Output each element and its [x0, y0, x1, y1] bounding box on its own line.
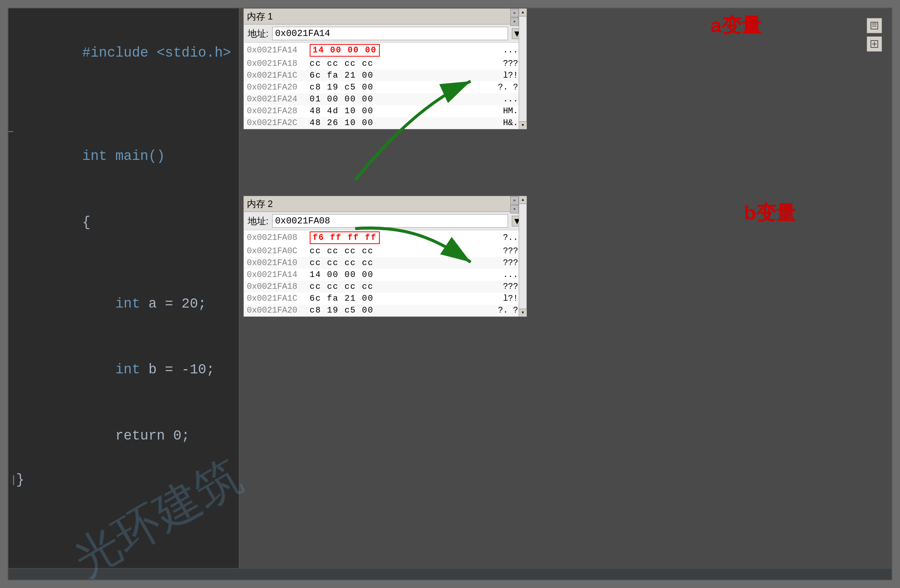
- memory-1-scrollbar[interactable]: ▲ ▼: [519, 9, 526, 129]
- code-line-include: #include <stdio.h>: [16, 20, 231, 86]
- scroll-track-1: [519, 16, 526, 121]
- panel-icon-2-svg: [871, 40, 878, 48]
- code-line-return: return 0;: [16, 403, 231, 469]
- panel-icon-1-svg: [871, 22, 878, 29]
- scroll-up-btn-2[interactable]: ▲: [519, 196, 527, 204]
- brace-open-text: {: [82, 215, 91, 230]
- memory-2-toolbar: » ×: [510, 196, 519, 213]
- memory-2-row-1: 0x0021FA0C cc cc cc cc ????: [244, 245, 526, 257]
- mem2-bytes-6: c8 19 c5 00: [310, 306, 495, 315]
- mem1-bytes-6: 48 26 10 00: [310, 118, 495, 128]
- memory-1-row-2: 0x0021FA1C 6c fa 21 00 l?!.: [244, 70, 526, 81]
- memory-2-row-4: 0x0021FA18 cc cc cc cc ????: [244, 281, 526, 293]
- memory-1-row-3: 0x0021FA20 c8 19 c5 00 ?. ?.: [244, 81, 526, 93]
- mem2-bytes-5: 6c fa 21 00: [310, 294, 495, 303]
- memory-2-row-5: 0x0021FA1C 6c fa 21 00 l?!.: [244, 293, 526, 305]
- memory-1-row-1: 0x0021FA18 cc cc cc cc ????: [244, 58, 526, 70]
- memory-1-title: 内存 1: [247, 10, 273, 23]
- mem2-addr-1: 0x0021FA0C: [247, 246, 308, 256]
- mem2-bytes-2: cc cc cc cc: [310, 258, 495, 268]
- toolbar-pin-btn-1[interactable]: »: [510, 9, 519, 17]
- code-line-brace-close: | }: [16, 469, 231, 491]
- annotation-b-label: b变量: [744, 200, 796, 226]
- right-panel: 内存 1 × 地址: ▼ 0x0021FA14: [240, 8, 892, 568]
- return-text: return 0;: [82, 428, 190, 444]
- memory-1-row-5: 0x0021FA28 48 4d 10 00 HM..: [244, 105, 526, 117]
- mem1-addr-5: 0x0021FA28: [247, 106, 308, 116]
- content-area: #include <stdio.h> – int main() { int a …: [8, 8, 892, 568]
- memory-1-row-0: 0x0021FA14 14 00 00 00 ....: [244, 43, 526, 58]
- mem2-bytes-0: f6 ff ff ff: [310, 231, 495, 244]
- mem1-bytes-3: c8 19 c5 00: [310, 83, 495, 92]
- panel-icon-1[interactable]: [867, 18, 882, 33]
- memory-1-toolbar: » ×: [510, 9, 519, 26]
- status-bar: [8, 568, 892, 580]
- scroll-track-2: [519, 204, 526, 309]
- memory-1-row-6: 0x0021FA2C 48 26 10 00 H&..: [244, 117, 526, 129]
- memory-2-row-2: 0x0021FA10 cc cc cc cc ????: [244, 257, 526, 269]
- memory-2-row-6: 0x0021FA20 c8 19 c5 00 ?. ?.: [244, 305, 526, 316]
- mem1-addr-1: 0x0021FA18: [247, 59, 308, 68]
- mem1-bytes-2: 6c fa 21 00: [310, 71, 495, 80]
- brace-close-text: }: [16, 469, 25, 491]
- mem1-highlighted-bytes-0: 14 00 00 00: [310, 44, 380, 57]
- mem2-addr-6: 0x0021FA20: [247, 306, 308, 315]
- panel-icon-2[interactable]: [867, 36, 882, 52]
- var-a-rest: a = 20;: [140, 296, 206, 312]
- code-editor-panel: #include <stdio.h> – int main() { int a …: [8, 8, 240, 568]
- memory-2-address-bar: 地址: ▼: [244, 212, 526, 230]
- mem2-highlighted-bytes-0: f6 ff ff ff: [310, 231, 380, 244]
- include-text: #include <stdio.h>: [82, 45, 231, 61]
- code-line-var-a: int a = 20;: [16, 271, 231, 337]
- mem1-addr-2: 0x0021FA1C: [247, 71, 308, 80]
- scroll-up-btn-1[interactable]: ▲: [519, 9, 527, 16]
- mem2-bytes-4: cc cc cc cc: [310, 282, 495, 292]
- mem2-bytes-1: cc cc cc cc: [310, 246, 495, 256]
- minus-indicator: –: [8, 123, 14, 140]
- memory-2-content: 0x0021FA08 f6 ff ff ff ?... 0x0021FA0C c…: [244, 230, 526, 316]
- main-text: int main(): [82, 148, 165, 164]
- mem1-bytes-5: 48 4d 10 00: [310, 106, 495, 116]
- annotation-a-label: a变量: [711, 12, 761, 39]
- scroll-down-btn-1[interactable]: ▼: [519, 121, 527, 129]
- scroll-down-btn-2[interactable]: ▼: [519, 309, 527, 316]
- mem1-addr-0: 0x0021FA14: [247, 46, 308, 55]
- memory-2-title: 内存 2: [247, 198, 273, 210]
- toolbar-close-btn-2[interactable]: ×: [510, 205, 519, 213]
- main-container: #include <stdio.h> – int main() { int a …: [8, 8, 892, 580]
- toolbar-pin-btn-2[interactable]: »: [510, 196, 519, 205]
- memory-2-scrollbar[interactable]: ▲ ▼: [519, 196, 526, 316]
- memory-1-address-input[interactable]: [272, 27, 508, 40]
- code-line-blank1: [16, 86, 231, 101]
- memory-1-content: 0x0021FA14 14 00 00 00 .... 0x0021FA18 c…: [244, 43, 526, 129]
- mem1-addr-4: 0x0021FA24: [247, 94, 308, 104]
- memory-window-2: 内存 2 × 地址: ▼ 0x0021FA08: [243, 196, 527, 317]
- mem2-bytes-3: 14 00 00 00: [310, 270, 495, 280]
- code-line-main: – int main(): [16, 101, 231, 189]
- memory-2-address-input[interactable]: [272, 214, 508, 228]
- memory-2-row-0: 0x0021FA08 f6 ff ff ff ?...: [244, 230, 526, 245]
- left-bar-indicator: |: [10, 472, 17, 489]
- int-keyword-b: int: [82, 362, 140, 378]
- int-keyword-a: int: [82, 296, 140, 312]
- mem2-addr-4: 0x0021FA18: [247, 282, 308, 292]
- mem1-bytes-4: 01 00 00 00: [310, 94, 495, 104]
- code-line-var-b: int b = -10;: [16, 337, 231, 403]
- memory-1-row-4: 0x0021FA24 01 00 00 00 ....: [244, 93, 526, 105]
- mem2-addr-2: 0x0021FA10: [247, 258, 308, 268]
- memory-1-address-bar: 地址: ▼: [244, 24, 526, 43]
- memory-1-title-bar: 内存 1 ×: [244, 9, 526, 24]
- mem2-addr-0: 0x0021FA08: [247, 233, 308, 243]
- memory-1-addr-label: 地址:: [248, 28, 269, 40]
- mem2-addr-3: 0x0021FA14: [247, 270, 308, 280]
- code-line-blank2: [16, 256, 231, 271]
- code-line-brace-open: {: [16, 189, 231, 256]
- mem1-addr-3: 0x0021FA20: [247, 83, 308, 92]
- toolbar-close-btn-1[interactable]: ×: [510, 18, 519, 26]
- memory-2-title-bar: 内存 2 ×: [244, 196, 526, 212]
- right-icons-panel: [867, 18, 882, 52]
- var-b-rest: b = -10;: [140, 362, 214, 378]
- memory-2-addr-label: 地址:: [248, 215, 269, 227]
- mem1-addr-6: 0x0021FA2C: [247, 118, 308, 128]
- memory-2-row-3: 0x0021FA14 14 00 00 00 ....: [244, 269, 526, 281]
